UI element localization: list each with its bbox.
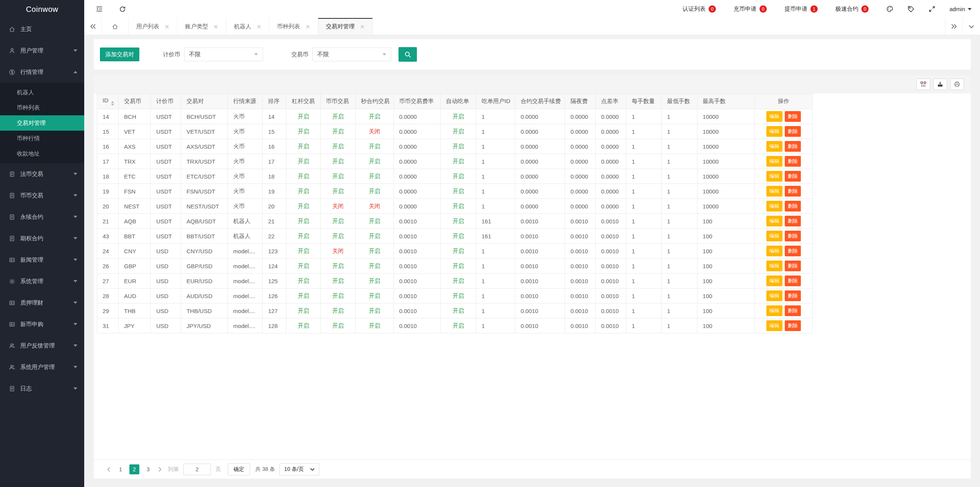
tab[interactable]: 账户类型✕ (178, 18, 227, 35)
delete-button[interactable]: 删除 (785, 216, 801, 226)
notification-badge[interactable]: 提币申请1 (784, 5, 818, 13)
search-button[interactable] (399, 47, 417, 62)
delete-button[interactable]: 删除 (785, 111, 801, 122)
sidebar-subitem[interactable]: 币种列表 (0, 100, 84, 115)
collapse-sidebar-icon[interactable] (96, 5, 103, 13)
page-button[interactable]: 1 (116, 464, 126, 474)
sidebar-subitem[interactable]: 币种行情 (0, 131, 84, 146)
delete-button[interactable]: 删除 (785, 171, 801, 182)
tag-icon[interactable] (907, 5, 915, 13)
sidebar-item[interactable]: 币币交易 (0, 185, 84, 206)
tab[interactable]: 用户列表✕ (129, 18, 178, 35)
prev-page-button[interactable] (104, 467, 114, 472)
edit-button[interactable]: 编辑 (766, 141, 782, 152)
jump-page-input[interactable] (183, 464, 211, 475)
sidebar-item[interactable]: 日志 (0, 378, 84, 399)
tab-label: 币种列表 (277, 23, 300, 30)
sidebar-item-label: 主页 (20, 26, 77, 33)
people-icon (9, 343, 15, 349)
sidebar-subitem[interactable]: 交易对管理 (0, 115, 84, 131)
sidebar-item[interactable]: 新闻管理 (0, 249, 84, 271)
close-icon[interactable]: ✕ (360, 24, 365, 30)
user-menu[interactable]: admin (949, 6, 972, 12)
next-page-button[interactable] (155, 467, 165, 472)
fullscreen-icon[interactable] (928, 5, 936, 13)
tab-active[interactable]: 交易对管理✕ (318, 18, 373, 35)
cell: 0.0000 (515, 184, 565, 199)
sidebar-item[interactable]: 主页 (0, 18, 84, 40)
refresh-icon[interactable] (119, 6, 126, 13)
page-size-select[interactable]: 10 条/页 (279, 463, 319, 476)
sidebar-item-label: 新闻管理 (20, 256, 74, 264)
close-icon[interactable]: ✕ (214, 24, 219, 30)
page-button-active[interactable]: 2 (129, 464, 139, 474)
delete-button[interactable]: 删除 (785, 201, 801, 212)
sidebar-item[interactable]: 质押理财 (0, 292, 84, 313)
tabs-scroll-left-icon[interactable] (84, 18, 102, 35)
delete-button[interactable]: 删除 (785, 231, 801, 241)
sidebar-item[interactable]: 永续合约 (0, 206, 84, 228)
delete-button[interactable]: 删除 (785, 141, 801, 152)
edit-button[interactable]: 编辑 (766, 246, 782, 256)
notification-badge[interactable]: 充币申请0 (733, 5, 767, 13)
delete-button[interactable]: 删除 (785, 156, 801, 167)
sidebar-item[interactable]: 用户反馈管理 (0, 335, 84, 356)
delete-button[interactable]: 删除 (785, 275, 801, 286)
theme-palette-icon[interactable] (886, 5, 893, 13)
close-icon[interactable]: ✕ (165, 24, 170, 30)
delete-button[interactable]: 删除 (785, 126, 801, 137)
add-pair-button[interactable]: 添加交易对 (100, 48, 139, 61)
quote-filter-select[interactable]: 不限 (184, 48, 263, 61)
delete-button[interactable]: 删除 (785, 246, 801, 256)
sidebar-item[interactable]: 系统用户管理 (0, 356, 84, 378)
sidebar-item[interactable]: 期权合约 (0, 228, 84, 249)
page-button[interactable]: 3 (143, 464, 153, 474)
close-icon[interactable]: ✕ (305, 24, 310, 30)
edit-button[interactable]: 编辑 (766, 305, 782, 316)
sidebar-item[interactable]: 行情管理 (0, 61, 84, 83)
edit-button[interactable]: 编辑 (766, 320, 782, 331)
delete-button[interactable]: 删除 (785, 261, 801, 271)
filter-columns-button[interactable] (916, 79, 930, 90)
cell: USDT (151, 124, 181, 139)
delete-button[interactable]: 删除 (785, 186, 801, 197)
sort-icon[interactable] (111, 101, 114, 106)
export-button[interactable] (933, 79, 947, 90)
edit-button[interactable]: 编辑 (766, 201, 782, 212)
sidebar-item[interactable]: 法币交易 (0, 163, 84, 185)
notification-badge[interactable]: 认证列表0 (683, 5, 716, 13)
edit-button[interactable]: 编辑 (766, 111, 782, 122)
edit-button[interactable]: 编辑 (766, 290, 782, 301)
home-tab[interactable] (102, 18, 129, 35)
sidebar-subitem[interactable]: 收款地址 (0, 146, 84, 161)
notification-badge[interactable]: 极速合约0 (835, 5, 869, 13)
cell: VET (119, 124, 151, 139)
column-header[interactable]: ID (97, 94, 119, 109)
close-icon[interactable]: ✕ (256, 24, 261, 30)
delete-button[interactable]: 删除 (785, 305, 801, 316)
confirm-page-button[interactable]: 确定 (228, 463, 250, 476)
delete-button[interactable]: 删除 (785, 320, 801, 331)
sidebar-item[interactable]: 新币申购 (0, 313, 84, 335)
sidebar-item[interactable]: 用户管理 (0, 40, 84, 61)
tab[interactable]: 机器人✕ (226, 18, 270, 35)
edit-button[interactable]: 编辑 (766, 275, 782, 286)
edit-button[interactable]: 编辑 (766, 186, 782, 197)
sidebar-subitem[interactable]: 机器人 (0, 85, 84, 100)
cell: 0.0010 (565, 318, 596, 333)
cell: 1 (662, 214, 697, 229)
cell: CNY/USD (181, 244, 228, 259)
edit-button[interactable]: 编辑 (766, 231, 782, 241)
edit-button[interactable]: 编辑 (766, 156, 782, 167)
tabs-scroll-right-icon[interactable] (945, 18, 962, 35)
sidebar-item[interactable]: 系统管理 (0, 271, 84, 292)
tabs-dropdown-icon[interactable] (962, 18, 980, 35)
edit-button[interactable]: 编辑 (766, 126, 782, 137)
base-filter-select[interactable]: 不限 (312, 48, 391, 61)
edit-button[interactable]: 编辑 (766, 216, 782, 226)
edit-button[interactable]: 编辑 (766, 171, 782, 182)
edit-button[interactable]: 编辑 (766, 261, 782, 271)
delete-button[interactable]: 删除 (785, 290, 801, 301)
print-button[interactable] (950, 79, 964, 90)
tab[interactable]: 币种列表✕ (270, 18, 318, 35)
